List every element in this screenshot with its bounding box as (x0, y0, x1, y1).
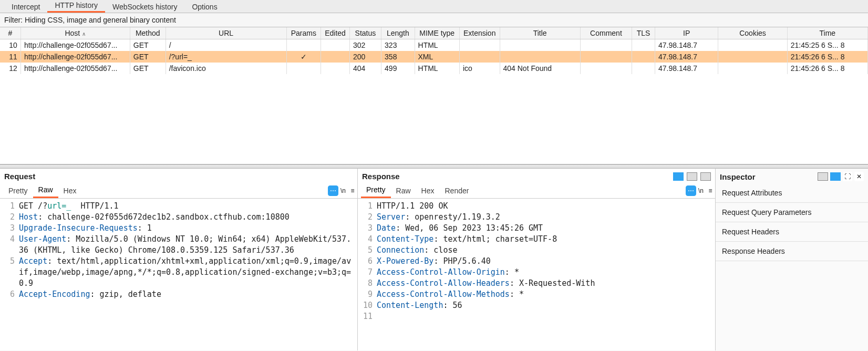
request-tab-pretty[interactable]: Pretty (3, 184, 33, 198)
cell-cookies (718, 63, 787, 74)
col-ext[interactable]: Extension (459, 27, 500, 39)
inspector-request-query-params[interactable]: Request Query Parameters (716, 203, 868, 222)
layout-single-icon[interactable] (700, 172, 711, 181)
cell-num: 11 (0, 51, 20, 63)
inspector-request-headers[interactable]: Request Headers (716, 222, 868, 242)
request-tab-raw[interactable]: Raw (33, 183, 58, 198)
line-content: GET /?url=_ HTTP/1.1 (19, 201, 122, 212)
line-number: 2 (358, 212, 377, 223)
line-content: User-Agent: Mozilla/5.0 (Windows NT 10.0… (19, 234, 357, 256)
filter-bar[interactable]: Filter: Hiding CSS, image and general bi… (0, 13, 868, 27)
cell-num: 10 (0, 39, 20, 51)
cell-time: 21:45:25 6 S... 8 (787, 39, 867, 51)
request-title: Request (4, 172, 35, 181)
response-actions-icon[interactable]: ⋯ (686, 185, 696, 196)
layout-rows-icon[interactable] (687, 172, 697, 181)
line-number: 2 (0, 212, 19, 223)
response-tab-hex[interactable]: Hex (416, 184, 440, 198)
request-menu-icon[interactable]: ≡ (348, 186, 357, 195)
cell-status: 404 (349, 63, 381, 74)
response-menu-icon[interactable]: ≡ (706, 186, 715, 195)
cell-edited (321, 63, 350, 74)
tab-intercept[interactable]: Intercept (4, 1, 47, 13)
table-row[interactable]: 10http://challenge-02f055d67...GET/30232… (0, 39, 868, 51)
cell-url: /?url=_ (166, 51, 286, 63)
line-content: Date: Wed, 06 Sep 2023 13:45:26 GMT (377, 223, 546, 234)
response-tab-render[interactable]: Render (440, 184, 474, 198)
cell-cookies (718, 51, 787, 63)
tab-http-history[interactable]: HTTP history (47, 0, 105, 13)
line-content: Accept-Encoding: gzip, deflate (19, 289, 164, 300)
line-number: 9 (358, 289, 377, 300)
top-tabs: Intercept HTTP history WebSockets histor… (0, 0, 868, 13)
history-table-wrap: # Host∧ Method URL Params Edited Status … (0, 27, 868, 164)
col-num[interactable]: # (0, 27, 20, 39)
col-url[interactable]: URL (166, 27, 286, 39)
sort-asc-icon: ∧ (82, 31, 86, 37)
request-newline-icon[interactable]: \n (338, 186, 348, 195)
col-mime[interactable]: MIME type (415, 27, 459, 39)
cell-status: 302 (349, 39, 381, 51)
line-content: Content-Type: text/html; charset=UTF-8 (377, 234, 560, 245)
inspector-expand-icon[interactable]: ⛶ (843, 172, 852, 181)
inspector-title: Inspector (720, 172, 756, 181)
line-content: Host: challenge-02f055d672dec1b2.sandbox… (19, 212, 293, 223)
table-row[interactable]: 12http://challenge-02f055d67...GET/favic… (0, 63, 868, 74)
cell-ip: 47.98.148.7 (655, 39, 718, 51)
col-tls[interactable]: TLS (632, 27, 655, 39)
response-panel: Response Pretty Raw Hex Render ⋯ \n ≡ 1H… (358, 169, 716, 350)
tab-ws-history[interactable]: WebSockets history (105, 1, 184, 13)
cell-url: /favicon.ico (166, 63, 286, 74)
history-table: # Host∧ Method URL Params Edited Status … (0, 27, 868, 74)
cell-comment (580, 51, 632, 63)
tab-options[interactable]: Options (184, 1, 224, 13)
cell-ip: 47.98.148.7 (655, 63, 718, 74)
line-content: Upgrade-Insecure-Requests: 1 (19, 223, 155, 234)
line-number: 4 (358, 234, 377, 245)
cell-host: http://challenge-02f055d67... (20, 51, 130, 63)
cell-length: 323 (381, 39, 415, 51)
request-tab-hex[interactable]: Hex (58, 184, 82, 198)
request-actions-icon[interactable]: ⋯ (328, 185, 338, 196)
col-title[interactable]: Title (500, 27, 580, 39)
response-editor[interactable]: 1HTTP/1.1 200 OK2Server: openresty/1.19.… (358, 199, 715, 350)
col-method[interactable]: Method (130, 27, 166, 39)
response-tab-pretty[interactable]: Pretty (361, 183, 391, 198)
col-comment[interactable]: Comment (580, 27, 632, 39)
response-tab-raw[interactable]: Raw (391, 184, 416, 198)
cell-title (500, 51, 580, 63)
line-number: 10 (358, 300, 377, 311)
cell-tls (632, 63, 655, 74)
line-content: Access-Control-Allow-Headers: X-Requeste… (377, 278, 598, 289)
table-row[interactable]: 11http://challenge-02f055d67...GET/?url=… (0, 51, 868, 63)
inspector-gear-icon[interactable]: ✕ (854, 172, 864, 181)
cell-host: http://challenge-02f055d67... (20, 39, 130, 51)
col-host[interactable]: Host∧ (20, 27, 130, 39)
col-edited[interactable]: Edited (321, 27, 350, 39)
cell-mime: HTML (415, 39, 459, 51)
cell-edited (321, 51, 350, 63)
inspector-response-headers[interactable]: Response Headers (716, 242, 868, 261)
horizontal-splitter[interactable] (0, 164, 868, 169)
line-number: 6 (358, 256, 377, 267)
layout-columns-icon[interactable] (673, 172, 684, 181)
line-number: 3 (358, 223, 377, 234)
col-params[interactable]: Params (286, 27, 321, 39)
inspector-layout2-icon[interactable] (830, 172, 841, 181)
inspector-layout1-icon[interactable] (818, 172, 828, 181)
cell-host: http://challenge-02f055d67... (20, 63, 130, 74)
col-status[interactable]: Status (349, 27, 381, 39)
cell-time: 21:45:26 6 S... 8 (787, 63, 867, 74)
line-content (377, 311, 380, 322)
col-cookies[interactable]: Cookies (718, 27, 787, 39)
cell-status: 200 (349, 51, 381, 63)
col-ip[interactable]: IP (655, 27, 718, 39)
line-content: HTTP/1.1 200 OK (377, 201, 451, 212)
inspector-request-attributes[interactable]: Request Attributes (716, 183, 868, 203)
request-editor[interactable]: 1GET /?url=_ HTTP/1.12Host: challenge-02… (0, 199, 357, 350)
col-time[interactable]: Time (787, 27, 867, 39)
line-content: Server: openresty/1.19.3.2 (377, 212, 503, 223)
col-length[interactable]: Length (381, 27, 415, 39)
line-content: Accept: text/html,application/xhtml+xml,… (19, 256, 357, 289)
response-newline-icon[interactable]: \n (696, 186, 706, 195)
